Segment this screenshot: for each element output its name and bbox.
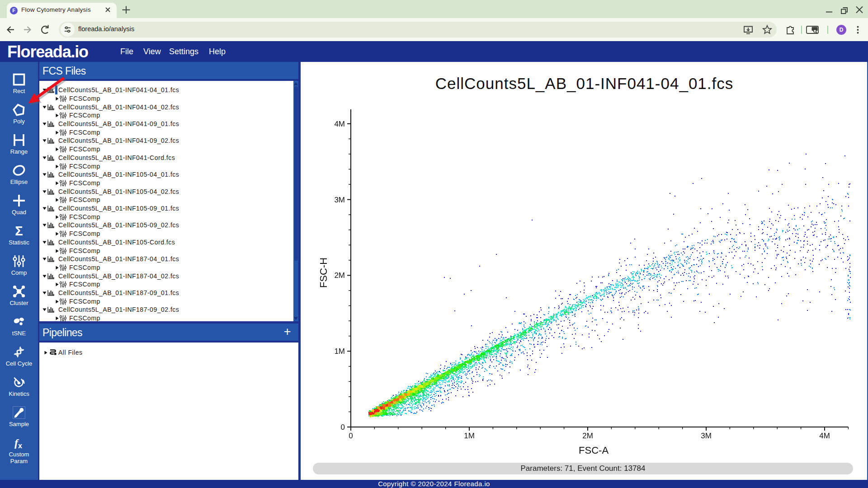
svg-text:3M: 3M bbox=[334, 196, 345, 204]
svg-text:x: x bbox=[18, 442, 22, 449]
svg-text:1M: 1M bbox=[334, 347, 345, 356]
svg-text:4M: 4M bbox=[819, 432, 830, 440]
svg-text:3M: 3M bbox=[701, 432, 712, 440]
svg-text:2M: 2M bbox=[582, 432, 593, 440]
svg-text:0: 0 bbox=[341, 423, 345, 432]
svg-text:4M: 4M bbox=[334, 120, 345, 128]
svg-text:1M: 1M bbox=[464, 432, 475, 440]
svg-text:0: 0 bbox=[349, 432, 353, 440]
svg-text:Σ: Σ bbox=[15, 225, 23, 237]
svg-text:FSC-H: FSC-H bbox=[318, 258, 329, 288]
svg-text:2M: 2M bbox=[334, 271, 345, 280]
svg-text:FSC-A: FSC-A bbox=[579, 445, 609, 456]
